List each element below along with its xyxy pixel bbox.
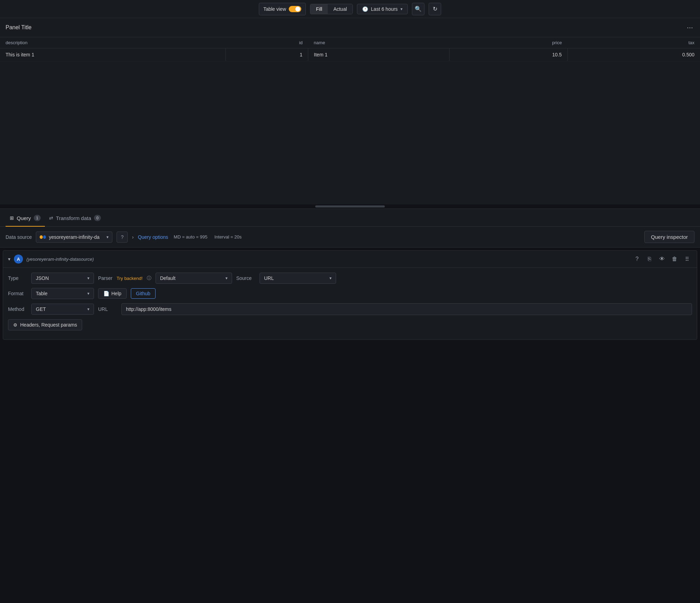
tab-query[interactable]: ⊞ Query 1: [6, 209, 45, 227]
help-button[interactable]: 📄 Help: [98, 288, 127, 299]
top-bar: Table view Fill Actual 🕐 Last 6 hours ▾ …: [0, 0, 700, 18]
query-editor: ▾ A (yesoreyeram-infinity-datasource) ? …: [3, 250, 697, 340]
ds-circle-blue: [43, 235, 46, 239]
tab-transform[interactable]: ⇄ Transform data 0: [45, 209, 105, 227]
clock-icon: 🕐: [362, 6, 368, 12]
query-options-link[interactable]: Query options: [138, 234, 168, 240]
panel-header: Panel Title ⋯: [0, 18, 700, 37]
url-input[interactable]: [121, 303, 692, 315]
zoom-icon: 🔍: [415, 6, 422, 12]
query-tab-icon: ⊞: [10, 215, 14, 221]
time-range-button[interactable]: 🕐 Last 6 hours ▾: [357, 4, 408, 14]
time-range-label: Last 6 hours: [371, 6, 398, 12]
refresh-icon: ↻: [433, 6, 437, 12]
tabs-bar: ⊞ Query 1 ⇄ Transform data 0: [0, 209, 700, 227]
method-label: Method: [8, 306, 27, 312]
md-label: MD = auto = 995: [174, 234, 207, 240]
cell-price: 10.5: [449, 48, 567, 61]
format-label: Format: [8, 291, 27, 296]
fill-button[interactable]: Fill: [310, 4, 328, 14]
format-select[interactable]: Table ▾: [31, 288, 94, 299]
query-letter: A: [14, 254, 23, 264]
query-toggle-visibility-button[interactable]: 👁: [657, 254, 667, 264]
github-button[interactable]: Github: [131, 288, 156, 299]
source-label: Source: [236, 275, 255, 281]
zoom-out-button[interactable]: 🔍: [412, 3, 424, 15]
datasource-bar: Data source yesoreyeram-infinity-da ▾ ? …: [0, 227, 700, 248]
query-help-button[interactable]: ?: [632, 254, 642, 264]
col-description: description: [0, 37, 225, 48]
headers-button[interactable]: ⚙ Headers, Request params: [8, 319, 82, 330]
table-row: This is item 1 1 Item 1 10.5 0.500: [0, 48, 700, 61]
data-table: description id name price tax This is it…: [0, 37, 700, 61]
try-backend-link[interactable]: Try backend!: [117, 276, 143, 281]
help-doc-icon: 📄: [103, 291, 109, 296]
collapse-button[interactable]: ▾: [8, 256, 10, 262]
type-chevron-icon: ▾: [87, 276, 89, 281]
gear-icon: ⚙: [13, 322, 17, 328]
method-url-row: Method GET ▾ URL: [8, 303, 692, 315]
parser-help-icon[interactable]: ⓘ: [147, 275, 151, 281]
query-tab-badge: 1: [34, 215, 41, 221]
table-view-label: Table view: [263, 6, 286, 12]
form-section: Type JSON ▾ Parser Try backend! ⓘ Defaul…: [3, 268, 697, 339]
col-id: id: [225, 37, 308, 48]
headers-label: Headers, Request params: [20, 322, 77, 328]
panel-content: description id name price tax This is it…: [0, 37, 700, 204]
cell-id: 1: [225, 48, 308, 61]
method-value: GET: [36, 306, 85, 312]
query-datasource-name: (yesoreyeram-infinity-datasource): [26, 257, 94, 262]
source-chevron-icon: ▾: [329, 276, 332, 281]
col-tax: tax: [567, 37, 700, 48]
query-row-header: ▾ A (yesoreyeram-infinity-datasource) ? …: [3, 251, 697, 268]
table-view-toggle[interactable]: Table view: [259, 3, 306, 15]
toggle-knob: [295, 7, 300, 11]
query-drag-handle[interactable]: ⠿: [682, 254, 692, 264]
cell-description: This is item 1: [0, 48, 225, 61]
panel-menu-button[interactable]: ⋯: [685, 22, 694, 33]
datasource-chevron-icon: ▾: [106, 235, 109, 240]
fill-actual-group: Fill Actual: [310, 4, 353, 14]
query-delete-button[interactable]: 🗑: [670, 254, 679, 264]
transform-tab-badge: 0: [94, 215, 101, 221]
format-value: Table: [36, 291, 85, 296]
actual-button[interactable]: Actual: [328, 4, 352, 14]
help-label: Help: [111, 291, 121, 296]
panel-title: Panel Title: [6, 24, 32, 31]
query-inspector-button[interactable]: Query inspector: [644, 231, 694, 243]
query-actions: ? ⎘ 👁 🗑 ⠿: [632, 254, 692, 264]
query-duplicate-button[interactable]: ⎘: [645, 254, 654, 264]
query-tab-label: Query: [17, 215, 31, 221]
refresh-button[interactable]: ↻: [429, 3, 441, 15]
cell-name: Item 1: [308, 48, 449, 61]
datasource-help-button[interactable]: ?: [117, 232, 128, 243]
datasource-select[interactable]: yesoreyeram-infinity-da ▾: [36, 232, 112, 243]
parser-label: Parser: [98, 275, 112, 281]
col-price: price: [449, 37, 567, 48]
scrollbar-area: [0, 204, 700, 209]
table-view-switch[interactable]: [289, 6, 301, 12]
format-chevron-icon: ▾: [87, 291, 89, 296]
datasource-name-text: yesoreyeram-infinity-da: [49, 234, 104, 240]
datasource-label: Data source: [6, 234, 32, 240]
transform-tab-label: Transform data: [56, 215, 91, 221]
parser-value: Default: [160, 275, 223, 281]
cell-tax: 0.500: [567, 48, 700, 61]
url-label: URL: [98, 306, 117, 312]
datasource-icon: [40, 234, 46, 240]
transform-tab-icon: ⇄: [49, 215, 53, 221]
github-label: Github: [136, 291, 150, 296]
interval-label: Interval = 20s: [214, 234, 241, 240]
parser-chevron-icon: ▾: [225, 276, 228, 281]
method-select[interactable]: GET ▾: [31, 304, 94, 315]
parser-select[interactable]: Default ▾: [156, 273, 232, 284]
type-select[interactable]: JSON ▾: [31, 273, 94, 284]
query-options-arrow: ›: [132, 234, 134, 240]
question-icon: ?: [121, 234, 124, 240]
source-select[interactable]: URL ▾: [260, 273, 336, 284]
panel: Panel Title ⋯ description id name price …: [0, 18, 700, 209]
type-value: JSON: [36, 275, 85, 281]
type-label: Type: [8, 275, 27, 281]
headers-row: ⚙ Headers, Request params: [8, 319, 692, 330]
horizontal-scrollbar[interactable]: [315, 205, 385, 207]
